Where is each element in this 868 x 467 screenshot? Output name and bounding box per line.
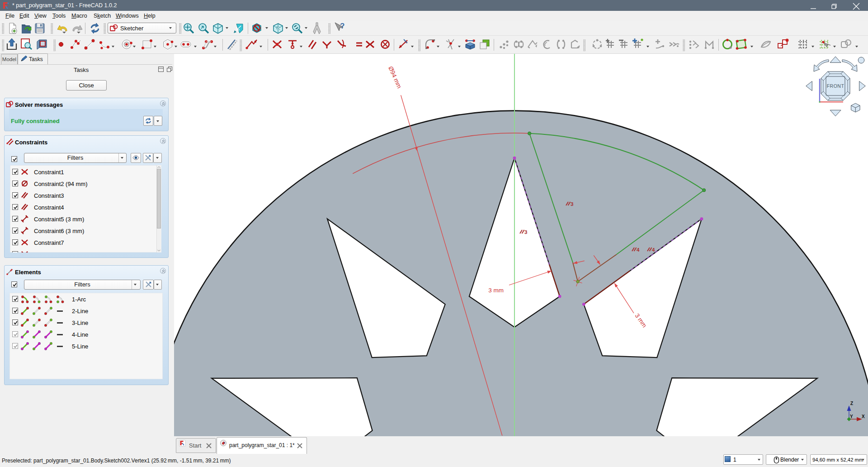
svg-text:Z: Z — [850, 401, 853, 406]
svg-text:3: 3 — [571, 201, 573, 207]
svg-text:3 mm: 3 mm — [488, 287, 504, 294]
svg-text:X: X — [862, 414, 865, 419]
svg-text:3: 3 — [524, 229, 527, 235]
svg-text:?: ? — [340, 22, 344, 30]
svg-text:4: 4 — [652, 247, 655, 253]
svg-text:FRONT: FRONT — [827, 83, 844, 89]
svg-text:Y: Y — [850, 414, 853, 419]
svg-text:4: 4 — [637, 247, 640, 253]
